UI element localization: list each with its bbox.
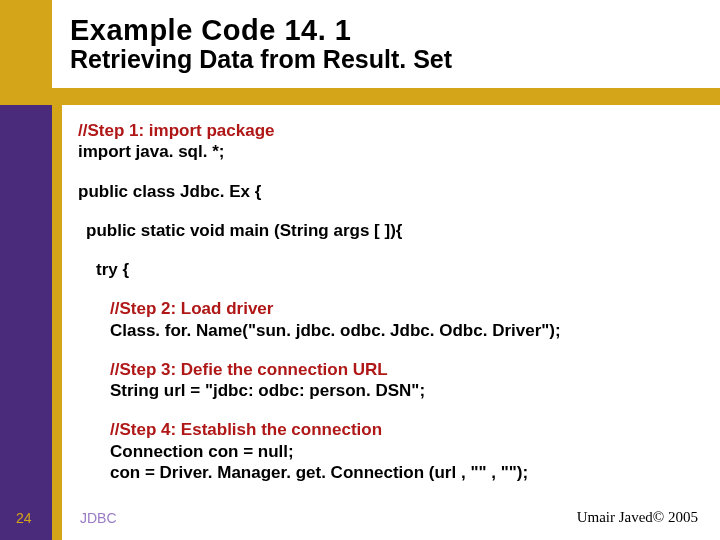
step1-import: import java. sql. *;: [78, 141, 700, 162]
class-declaration: public class Jdbc. Ex {: [78, 181, 700, 202]
page-number: 24: [16, 510, 32, 526]
title-block: Example Code 14. 1 Retrieving Data from …: [70, 14, 452, 74]
step3-line: String url = "jdbc: odbc: person. DSN";: [110, 380, 700, 401]
step4-line1: Connection con = null;: [110, 441, 700, 462]
step4-comment: //Step 4: Establish the connection: [110, 419, 700, 440]
step2-comment: //Step 2: Load driver: [110, 298, 700, 319]
main-declaration: public static void main (String args [ ]…: [86, 220, 700, 241]
footer-label: JDBC: [80, 510, 117, 526]
step3-comment: //Step 3: Defie the connection URL: [110, 359, 700, 380]
step1-comment: //Step 1: import package: [78, 120, 700, 141]
step4-line2: con = Driver. Manager. get. Connection (…: [110, 462, 700, 483]
left-sidebar-top-accent: [0, 0, 52, 105]
try-block: try {: [96, 259, 700, 280]
copyright: Umair Javed© 2005: [577, 509, 698, 526]
left-accent-strip: [52, 105, 62, 540]
title-underline-bar: [52, 88, 720, 105]
step2-line: Class. for. Name("sun. jdbc. odbc. Jdbc.…: [110, 320, 700, 341]
slide-title-line2: Retrieving Data from Result. Set: [70, 45, 452, 74]
slide-title-line1: Example Code 14. 1: [70, 14, 452, 47]
code-content: //Step 1: import package import java. sq…: [78, 120, 700, 483]
